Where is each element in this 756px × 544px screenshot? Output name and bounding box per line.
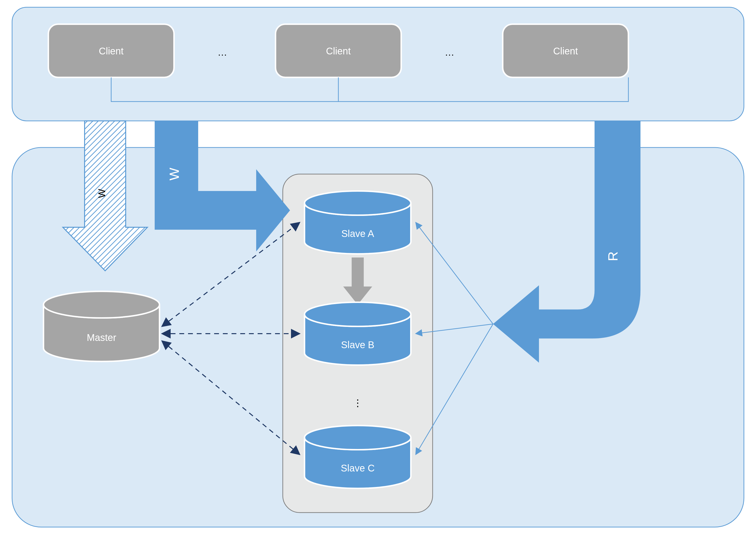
write-hatched-label: W — [96, 189, 107, 198]
master-db: Master — [44, 291, 160, 362]
svg-point-5 — [44, 291, 160, 318]
client-2-label: Client — [326, 46, 351, 56]
client-3: Client — [503, 24, 628, 77]
slave-a-db: Slave A — [305, 191, 411, 254]
svg-point-9 — [305, 426, 411, 450]
svg-point-8 — [305, 302, 411, 327]
slave-a-label: Slave A — [341, 228, 374, 239]
architecture-diagram: Client … Client … Client W W R Master — [0, 0, 756, 544]
client-ellipsis-1: … — [218, 47, 227, 58]
slave-b-db: Slave B — [305, 302, 411, 365]
write-solid-label: W — [167, 167, 182, 180]
svg-point-6 — [305, 191, 411, 215]
slave-b-label: Slave B — [341, 340, 374, 350]
slave-ellipsis: ⋮ — [353, 398, 363, 408]
master-label: Master — [87, 332, 116, 343]
slave-c-db: Slave C — [305, 426, 411, 488]
client-ellipsis-2: … — [445, 47, 454, 58]
client-2: Client — [276, 24, 401, 77]
client-3-label: Client — [553, 46, 578, 56]
client-1-label: Client — [99, 46, 124, 56]
client-1: Client — [48, 24, 174, 77]
read-label: R — [605, 251, 620, 261]
slave-c-label: Slave C — [341, 463, 375, 473]
svg-rect-7 — [352, 257, 364, 287]
